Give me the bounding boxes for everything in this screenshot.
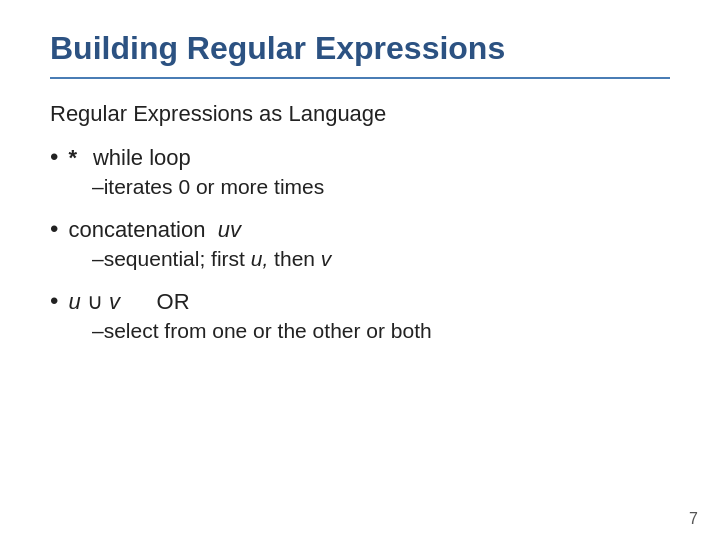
star-symbol: *	[68, 145, 77, 171]
bullet-sub-1: –iterates 0 or more times	[92, 175, 670, 199]
bullet-dot-1: •	[50, 145, 58, 169]
bullet-main-2: • concatenation uv	[50, 217, 670, 243]
subtitle: Regular Expressions as Language	[50, 101, 670, 127]
bullet-dot-3: •	[50, 289, 58, 313]
bullet-section-2: • concatenation uv –sequential; first u,…	[50, 217, 670, 271]
bullet-1-text: while loop	[93, 145, 191, 171]
bullet-2-text: concatenation uv	[68, 217, 240, 243]
content-area: • * while loop –iterates 0 or more times…	[50, 145, 670, 361]
bullet-dot-2: •	[50, 217, 58, 241]
slide-title: Building Regular Expressions	[50, 30, 670, 67]
slide: Building Regular Expressions Regular Exp…	[0, 0, 720, 540]
bullet-sub-2: –sequential; first u, then v	[92, 247, 670, 271]
divider	[50, 77, 670, 79]
slide-number: 7	[689, 510, 698, 528]
bullet-main-1: • * while loop	[50, 145, 670, 171]
bullet-3-text: u ∪ v OR	[68, 289, 189, 315]
bullet-section-1: • * while loop –iterates 0 or more times	[50, 145, 670, 199]
bullet-section-3: • u ∪ v OR –select from one or the other…	[50, 289, 670, 343]
bullet-sub-3: –select from one or the other or both	[92, 319, 670, 343]
bullet-main-3: • u ∪ v OR	[50, 289, 670, 315]
